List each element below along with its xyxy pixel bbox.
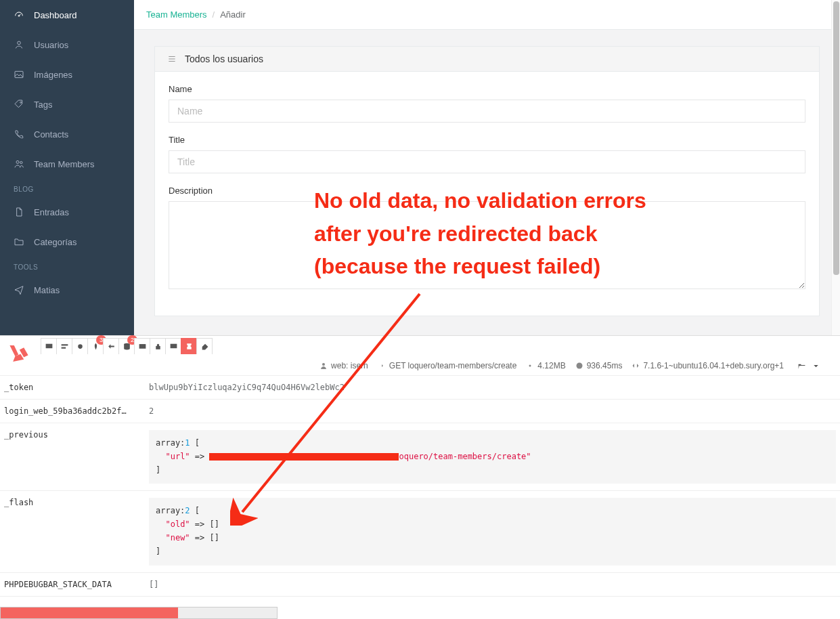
debugbar-status: web: isern GET loquero/team-members/crea… (0, 356, 840, 376)
name-input[interactable] (169, 100, 805, 123)
sidebar-item-tags[interactable]: Tags (0, 89, 134, 119)
name-label: Name (169, 84, 805, 94)
file-icon (14, 207, 24, 217)
debugbar-tab-session[interactable] (181, 338, 197, 354)
folder-open-icon[interactable] (797, 362, 806, 370)
debugbar-tab-messages[interactable] (41, 338, 57, 354)
image-icon (14, 69, 24, 80)
session-row-login: login_web_59ba36addc2b2f… 2 (0, 400, 840, 423)
sidebar-item-label: Contacts (34, 129, 68, 140)
debugbar: 3 2 web: isern GET loquero/team-members/… (0, 335, 840, 619)
debugbar-body[interactable]: _token blwUpu9bYiIczluqa2yiC9q74QuO4H6Vw… (0, 376, 840, 619)
breadcrumb: Team Members / Añadir (134, 0, 840, 30)
sidebar-heading-blog: BLOG (0, 179, 134, 197)
sidebar-heading-tools: TOOLS (0, 257, 134, 275)
debugbar-tab-gate[interactable] (165, 338, 181, 354)
panel-header: Todos los usuarios (155, 47, 819, 72)
svg-rect-2 (15, 71, 23, 77)
debugbar-tab-timeline[interactable] (56, 338, 72, 354)
debugbar-tab-queries[interactable]: 2 (118, 338, 135, 354)
sidebar-item-usuarios[interactable]: Usuarios (0, 30, 134, 60)
sidebar-item-label: Matias (34, 285, 60, 295)
svg-point-1 (18, 41, 21, 45)
sidebar: Dashboard Usuarios Imágenes Tags Contact… (0, 0, 134, 335)
debugbar-resize-handle[interactable] (0, 607, 278, 619)
debugbar-tab-exceptions[interactable] (72, 338, 88, 354)
sidebar-item-label: Categorías (34, 237, 77, 247)
debugbar-tab-mails[interactable] (134, 338, 150, 354)
sidebar-item-categorias[interactable]: Categorías (0, 227, 134, 257)
debugbar-tab-views[interactable]: 3 (87, 338, 104, 354)
user-icon (14, 39, 24, 50)
svg-point-5 (20, 161, 22, 163)
svg-rect-8 (61, 344, 68, 345)
status-php: 7.1.6-1~ubuntu16.04.1+deb.sury.org+1 (632, 361, 784, 370)
svg-point-4 (16, 161, 19, 163)
description-textarea[interactable] (169, 201, 805, 289)
sidebar-item-label: Tags (34, 100, 52, 110)
sidebar-item-entradas[interactable]: Entradas (0, 197, 134, 227)
sidebar-item-label: Dashboard (34, 10, 77, 20)
sidebar-item-label: Entradas (34, 207, 69, 217)
folder-icon (14, 236, 24, 247)
send-icon (14, 284, 24, 295)
svg-rect-9 (61, 347, 66, 349)
sidebar-item-dashboard[interactable]: Dashboard (0, 0, 134, 30)
session-row-token: _token blwUpu9bYiIczluqa2yiC9q74QuO4H6Vw… (0, 376, 840, 400)
svg-point-16 (529, 365, 531, 367)
status-user: web: isern (319, 361, 368, 370)
chevron-down-icon[interactable] (812, 362, 820, 370)
svg-rect-7 (45, 344, 52, 348)
svg-rect-14 (170, 344, 177, 348)
session-row-stack: PHPDEBUGBAR_STACK_DATA [] (0, 573, 840, 597)
breadcrumb-parent[interactable]: Team Members (146, 9, 207, 20)
panel-all-users: Todos los usuarios Name Title Descriptio… (154, 46, 820, 316)
status-time: 936.45ms (575, 361, 623, 370)
status-request: GET loquero/team-members/create (378, 361, 517, 370)
session-row-flash: _flash array:2 [ "old" => [] "new" => []… (0, 491, 840, 572)
debugbar-tab-route[interactable] (103, 338, 119, 354)
breadcrumb-current: Añadir (220, 9, 246, 20)
scrollbar[interactable] (831, 0, 840, 335)
main-content: Team Members / Añadir Todos los usuarios… (134, 0, 840, 335)
tag-icon (14, 99, 24, 110)
panel-title: Todos los usuarios (185, 54, 263, 64)
sidebar-item-matias[interactable]: Matias (0, 275, 134, 305)
sidebar-item-label: Team Members (34, 159, 95, 169)
description-label: Description (169, 186, 805, 196)
gauge-icon (14, 9, 24, 20)
laravel-logo-icon (5, 340, 32, 367)
breadcrumb-separator: / (213, 9, 215, 20)
status-memory: 4.12MB (526, 361, 565, 370)
svg-point-15 (322, 363, 325, 366)
sidebar-item-imagenes[interactable]: Imágenes (0, 60, 134, 89)
users-icon (14, 158, 24, 169)
svg-point-3 (20, 102, 22, 103)
svg-rect-13 (156, 346, 160, 349)
sidebar-item-team-members[interactable]: Team Members (0, 149, 134, 179)
debugbar-tabs: 3 2 (0, 336, 840, 356)
list-icon (167, 54, 177, 64)
title-label: Title (169, 135, 805, 145)
sidebar-item-label: Imágenes (34, 70, 72, 80)
debugbar-tab-request[interactable] (196, 338, 213, 354)
sidebar-item-label: Usuarios (34, 40, 68, 50)
session-row-previous: _previous array:1 [ "url" => oquero/team… (0, 423, 840, 491)
close-icon[interactable] (826, 362, 835, 370)
title-input[interactable] (169, 150, 805, 173)
debugbar-tab-auth[interactable] (150, 338, 166, 354)
phone-icon (14, 129, 24, 140)
sidebar-item-contacts[interactable]: Contacts (0, 119, 134, 149)
